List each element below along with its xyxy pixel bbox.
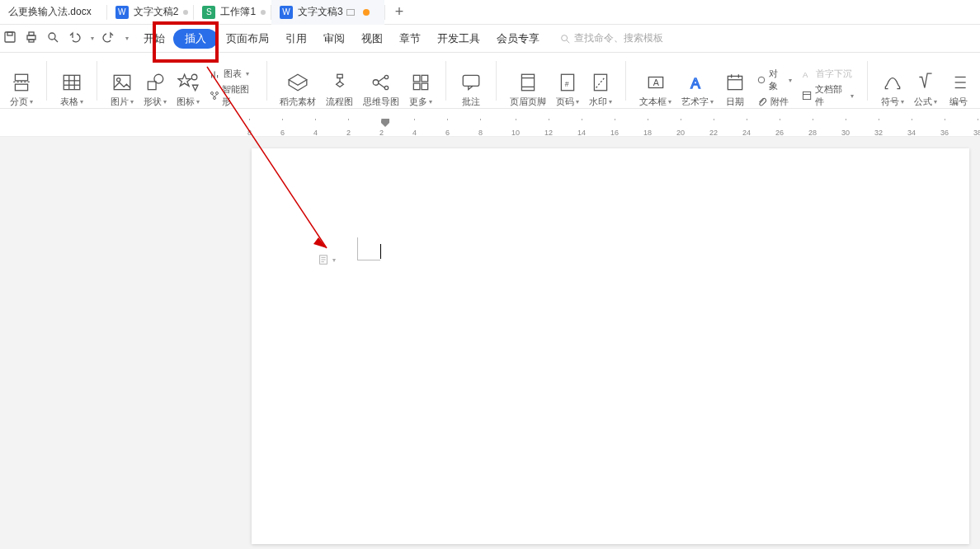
equation-button[interactable]: 公式▾ — [909, 60, 942, 108]
ruler-tick: 18 — [643, 119, 652, 137]
svg-point-22 — [191, 74, 197, 80]
numbering-icon — [948, 72, 969, 93]
page-number-button[interactable]: # 页码▾ — [551, 60, 584, 108]
mindmap-button[interactable]: 思维导图 — [358, 60, 404, 108]
menu-chapter[interactable]: 章节 — [391, 25, 429, 53]
drop-cap-button[interactable]: A首字下沉 — [802, 68, 854, 80]
header-footer-button[interactable]: 页眉页脚 — [505, 60, 551, 108]
chart-button[interactable]: 图表▾ — [210, 68, 253, 80]
picture-button[interactable]: 图片▾ — [106, 60, 139, 108]
menu-review[interactable]: 审阅 — [315, 25, 353, 53]
tab-attention-dot — [363, 9, 370, 16]
ruler-tick: 24 — [742, 119, 751, 137]
svg-rect-62 — [803, 92, 811, 99]
chevron-down-icon: ▾ — [332, 256, 336, 264]
document-page[interactable]: ▾ — [252, 148, 969, 544]
print-icon[interactable] — [25, 30, 38, 46]
ribbon-separator — [445, 61, 446, 101]
svg-point-36 — [374, 80, 379, 86]
docer-material-button[interactable]: 稻壳素材 — [275, 60, 321, 108]
tab-doc-2[interactable]: W 文字文稿2 — [107, 0, 194, 25]
ruler-tick: 34 — [907, 119, 916, 137]
svg-rect-44 — [422, 83, 429, 90]
wordart-icon: A — [687, 72, 709, 93]
wordart-button[interactable]: A 艺术字▾ — [676, 60, 719, 108]
new-tab-button[interactable]: + — [385, 3, 414, 21]
search-placeholder: 查找命令、搜索模板 — [574, 31, 663, 45]
menu-layout[interactable]: 页面布局 — [218, 25, 277, 53]
ribbon-label: 对象 — [769, 68, 784, 92]
icon-button[interactable]: 图标▾ — [172, 60, 205, 108]
ruler-tick: 4 — [412, 119, 417, 137]
ribbon-label: 批注 — [462, 96, 480, 108]
ribbon-label: 编号 — [949, 96, 968, 108]
svg-point-18 — [116, 78, 120, 82]
ribbon-separator — [97, 61, 97, 101]
ribbon-label: 表格 — [60, 96, 78, 108]
page-break-icon — [11, 72, 32, 93]
ruler-tick: 8 — [247, 119, 252, 137]
date-button[interactable]: 日期 — [719, 60, 751, 108]
menu-devtools[interactable]: 开发工具 — [429, 25, 488, 53]
preview-icon[interactable] — [46, 30, 59, 46]
tab-doc-3[interactable]: S 工作簿1 — [194, 0, 271, 25]
ribbon-label: 附件 — [770, 96, 789, 108]
menu-member[interactable]: 会员专享 — [488, 25, 548, 53]
document-icon — [318, 254, 329, 265]
more-button[interactable]: 更多▾ — [404, 60, 437, 108]
svg-rect-2 — [27, 35, 35, 40]
qat-dropdown[interactable]: ▾ — [125, 35, 129, 42]
page-number-icon: # — [557, 72, 578, 93]
doc-parts-button[interactable]: 文档部件▾ — [802, 83, 854, 108]
search-icon — [559, 33, 571, 45]
svg-point-20 — [154, 74, 163, 83]
ribbon-label: 稻壳素材 — [280, 96, 316, 108]
object-button[interactable]: 对象▾ — [756, 68, 792, 92]
tab-modified-dot — [261, 10, 266, 15]
numbering-button[interactable]: 编号 — [942, 60, 975, 108]
table-icon — [61, 72, 82, 93]
menu-bar: ▾ ▾ 开始 插入 页面布局 引用 审阅 视图 章节 开发工具 会员专享 查找命… — [0, 25, 980, 53]
menu-start[interactable]: 开始 — [135, 25, 173, 53]
tab-modified-dot — [183, 10, 188, 15]
ruler-tick: 4 — [313, 119, 318, 137]
tab-doc-4[interactable]: W 文字文稿3 — [271, 0, 384, 25]
save-icon[interactable] — [3, 30, 16, 46]
menu-reference[interactable]: 引用 — [277, 25, 315, 53]
undo-dropdown[interactable]: ▾ — [91, 35, 94, 42]
attachment-button[interactable]: 附件 — [756, 96, 792, 108]
svg-rect-43 — [414, 83, 421, 90]
page-break-button[interactable]: 分页▾ — [5, 60, 38, 108]
tab-label: 么更换输入法.docx — [8, 5, 92, 19]
tab-doc-1[interactable]: 么更换输入法.docx — [0, 0, 106, 25]
symbol-button[interactable]: 符号▾ — [876, 60, 909, 108]
undo-icon[interactable] — [68, 30, 81, 46]
svg-line-8 — [567, 40, 570, 43]
smartart-button[interactable]: 智能图形 — [210, 83, 253, 108]
watermark-button[interactable]: 水印▾ — [584, 60, 617, 108]
shape-button[interactable]: 形状▾ — [139, 60, 172, 108]
flowchart-button[interactable]: 流程图 — [321, 60, 358, 108]
svg-point-37 — [385, 75, 389, 78]
svg-marker-34 — [337, 82, 344, 87]
window-icon — [346, 9, 355, 16]
svg-point-60 — [759, 77, 766, 83]
horizontal-ruler[interactable]: 86422468101214161820222426283032343638 — [0, 119, 980, 137]
word-doc-icon: W — [280, 6, 293, 19]
omega-icon — [882, 72, 903, 93]
command-search[interactable]: 查找命令、搜索模板 — [559, 31, 663, 45]
ribbon-label: 智能图形 — [222, 83, 253, 108]
textbox-button[interactable]: A 文本框▾ — [634, 60, 676, 108]
menu-insert[interactable]: 插入 — [173, 29, 218, 49]
ribbon-label: 艺术字 — [681, 96, 709, 108]
redo-icon[interactable] — [102, 30, 115, 46]
ribbon-separator — [496, 61, 497, 101]
paragraph-handle[interactable]: ▾ — [318, 254, 336, 265]
tab-label: 文字文稿3 — [298, 5, 343, 19]
document-tabs: 么更换输入法.docx W 文字文稿2 S 工作簿1 W 文字文稿3 + — [0, 0, 980, 25]
svg-text:A: A — [653, 77, 660, 87]
comment-button[interactable]: 批注 — [455, 60, 488, 108]
menu-view[interactable]: 视图 — [353, 25, 391, 53]
ribbon-label: 图片 — [111, 96, 129, 108]
table-button[interactable]: 表格▾ — [55, 60, 88, 108]
